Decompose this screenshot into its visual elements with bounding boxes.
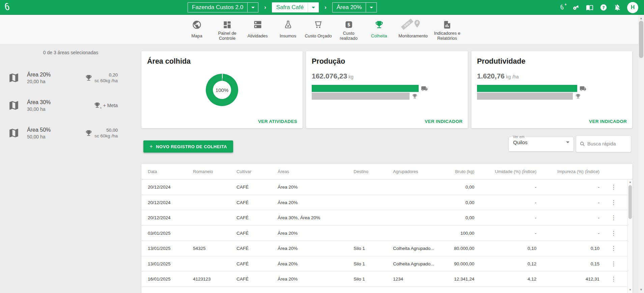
scroll-up-icon[interactable] — [628, 180, 633, 185]
dashboard-icon — [223, 19, 232, 30]
area-select-label: Área 20% — [333, 3, 366, 12]
topbar-actions: ∂ + ? H — [558, 0, 638, 15]
cell-umidade: 0,12 — [474, 256, 536, 271]
area-select[interactable]: Área 20% — [332, 2, 377, 12]
tab-mapa[interactable]: Mapa — [183, 19, 211, 44]
cell-impureza: - — [536, 195, 599, 210]
pro-badge: PRO — [401, 19, 413, 30]
cell-bruto: 0,00 — [437, 210, 474, 225]
breadcrumb: Fazenda Custos 2.0 › Safra Café › Área 2… — [188, 2, 377, 12]
add-goal-button[interactable]: + + Meta — [94, 102, 118, 109]
cell-destino — [354, 210, 393, 225]
pin-icon: # — [413, 19, 422, 28]
svg-text:#: # — [416, 21, 418, 25]
help-button[interactable]: ? — [599, 3, 608, 11]
ver-atividades-link[interactable]: VER ATIVIDADES — [258, 119, 297, 124]
tab-colheita[interactable]: Colheita — [365, 19, 393, 44]
search-input[interactable] — [587, 141, 624, 146]
cell-cultivar: CAFÉ — [236, 180, 278, 195]
goal-unit: sc 60kg /ha — [94, 78, 118, 84]
harvest-records-table: Data Romaneio Cultivar Áreas Destino Agr… — [141, 164, 633, 293]
scrollbar-thumb[interactable] — [639, 21, 643, 58]
svg-text:?: ? — [602, 5, 605, 10]
tab-custo-realizado[interactable]: $ Custo realizado — [335, 19, 363, 44]
scrollbar-thumb[interactable] — [628, 185, 632, 219]
bell-off-icon — [614, 4, 621, 11]
row-menu-button[interactable] — [611, 210, 616, 225]
scroll-up-icon[interactable] — [638, 15, 644, 21]
table-row: 13/01/2025 CAFÉ Área 20% Silo 1 Colheita… — [141, 256, 633, 272]
aegro-plus-button[interactable]: ∂ + — [558, 3, 566, 11]
column-header: Áreas — [278, 164, 354, 179]
tab-painel-de-controle[interactable]: Painel de Controle — [213, 19, 242, 44]
cell-umidade: - — [474, 226, 536, 241]
view-in-select[interactable]: Ver em Quilos — [508, 135, 574, 152]
production-card: Produção 162.076,23kg — [306, 51, 468, 128]
cell-bruto: 80.000,00 — [437, 241, 474, 256]
manual-button[interactable] — [586, 3, 594, 11]
farm-select-label: Fazenda Custos 2.0 — [188, 3, 247, 12]
map-icon — [8, 100, 20, 111]
row-menu-button[interactable] — [611, 226, 616, 241]
scroll-down-icon[interactable] — [638, 287, 644, 292]
season-select[interactable]: Safra Café — [272, 2, 319, 12]
goal-unit: sc 60kg /ha — [94, 133, 118, 139]
cell-areas: Área 20% — [278, 241, 354, 256]
production-unit: kg — [348, 74, 354, 79]
column-header: Agrupadores — [393, 164, 437, 179]
area-list-item[interactable]: Área 30% 30,00 ha + + Meta — [0, 94, 141, 117]
cart-icon — [313, 19, 323, 30]
cell-cultivar: CAFÉ — [236, 195, 278, 210]
chevron-down-icon[interactable] — [247, 3, 258, 12]
new-harvest-record-button[interactable]: + NOVO REGISTRO DE COLHEITA — [143, 140, 233, 153]
row-menu-button[interactable] — [611, 180, 616, 195]
notifications-off-button[interactable] — [613, 3, 621, 11]
cell-romaneio — [193, 195, 236, 210]
quick-search[interactable] — [576, 135, 631, 152]
cell-impureza: 0,15 — [536, 256, 599, 271]
view-in-value: Quilos — [513, 139, 528, 145]
cell-areas: Área 20% — [278, 180, 354, 195]
cell-romaneio — [193, 180, 236, 195]
scroll-down-icon[interactable] — [628, 287, 633, 292]
row-menu-button[interactable] — [611, 256, 616, 271]
cell-data: 20/12/2024 — [148, 195, 193, 210]
row-menu-button[interactable] — [611, 195, 616, 210]
farm-select[interactable]: Fazenda Custos 2.0 — [188, 2, 258, 12]
tab-insumos[interactable]: Insumos — [274, 19, 302, 44]
ver-indicador-link[interactable]: VER INDICADOR — [425, 119, 463, 124]
ver-indicador-link[interactable]: VER INDICADOR — [589, 119, 627, 124]
row-menu-button[interactable] — [611, 241, 616, 256]
cell-destino — [354, 226, 393, 241]
page-scrollbar[interactable] — [638, 15, 644, 293]
production-bar-gray — [312, 93, 410, 100]
chevron-down-icon[interactable] — [366, 3, 376, 12]
area-list-item[interactable]: Área 20% 20,00 ha 0,20 sc 60kg /ha — [0, 67, 141, 89]
chevron-down-icon[interactable] — [308, 3, 318, 12]
table-scrollbar[interactable] — [627, 180, 633, 293]
truck-icon — [421, 85, 428, 92]
harvested-area-donut: 100% — [206, 74, 238, 106]
globe-icon — [192, 19, 202, 30]
column-header: Bruto (kg) — [437, 164, 474, 179]
trophy-icon — [85, 74, 92, 82]
user-avatar[interactable]: H — [627, 2, 638, 13]
table-row: 03/01/2025 CAFÉ Área 20% 100,00 - - — [141, 226, 633, 241]
view-in-label: Ver em — [511, 135, 526, 139]
area-goal[interactable]: 0,20 sc 60kg /ha — [85, 72, 118, 84]
column-header: Data — [148, 164, 193, 179]
cell-umidade: - — [474, 195, 536, 210]
key-button[interactable] — [572, 3, 580, 11]
cell-data: 13/01/2025 — [148, 241, 193, 256]
cell-agrupadores — [393, 195, 437, 210]
row-menu-button[interactable] — [611, 271, 616, 287]
area-list-item[interactable]: Área 50% 50,00 ha 50,00 sc 60kg /ha — [0, 122, 141, 144]
tab-indicadores-e-relatorios[interactable]: Indicadores e Relatórios — [433, 19, 461, 44]
tab-atividades[interactable]: Atividades — [244, 19, 272, 44]
tab-monitoramento[interactable]: PRO # Monitoramento — [395, 19, 431, 44]
cell-umidade: - — [474, 180, 536, 195]
tab-custo-orcado[interactable]: Custo Orçado — [304, 19, 333, 44]
chevron-down-icon — [566, 141, 569, 143]
area-goal[interactable]: 50,00 sc 60kg /ha — [85, 127, 118, 139]
area-name: Área 30% — [27, 99, 51, 105]
